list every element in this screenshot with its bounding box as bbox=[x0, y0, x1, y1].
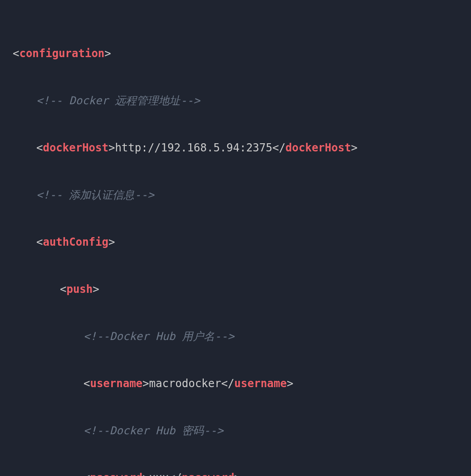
comment-password: <!--Docker Hub 密码--> bbox=[83, 424, 223, 437]
code-line: <authConfig> bbox=[13, 230, 458, 254]
tag-username-close: username bbox=[234, 377, 287, 390]
tag-dockerhost-close: dockerHost bbox=[285, 141, 351, 154]
tag-authconfig-open: authConfig bbox=[43, 236, 108, 248]
comment-auth: <!-- 添加认证信息--> bbox=[36, 189, 154, 201]
tag-password-open: password bbox=[90, 471, 142, 476]
xml-code-block: <configuration> <!-- Docker 远程管理地址--> <d… bbox=[0, 0, 471, 476]
value-password: xxx bbox=[149, 471, 169, 476]
code-line: <configuration> bbox=[13, 42, 458, 65]
tag-push-open: push bbox=[66, 283, 93, 296]
code-line: <!--Docker Hub 用户名--> bbox=[13, 325, 458, 348]
value-dockerhost: http://192.168.5.94:2375 bbox=[115, 141, 272, 154]
code-line: <!--Docker Hub 密码--> bbox=[13, 419, 458, 442]
code-line: <push> bbox=[13, 277, 458, 301]
tag-dockerhost-open: dockerHost bbox=[43, 141, 108, 154]
comment-docker-host: <!-- Docker 远程管理地址--> bbox=[36, 94, 200, 107]
code-line: <username>macrodocker</username> bbox=[13, 372, 458, 395]
code-line: <password>xxx</password> bbox=[13, 466, 458, 476]
comment-username: <!--Docker Hub 用户名--> bbox=[83, 330, 234, 343]
value-username: macrodocker bbox=[149, 377, 221, 390]
tag-password-close: password bbox=[182, 471, 235, 476]
code-line: <dockerHost>http://192.168.5.94:2375</do… bbox=[13, 136, 458, 160]
code-line: <!-- 添加认证信息--> bbox=[13, 183, 458, 207]
tag-username-open: username bbox=[90, 377, 142, 390]
tag-configuration-open: configuration bbox=[19, 47, 104, 60]
code-line: <!-- Docker 远程管理地址--> bbox=[13, 89, 458, 112]
